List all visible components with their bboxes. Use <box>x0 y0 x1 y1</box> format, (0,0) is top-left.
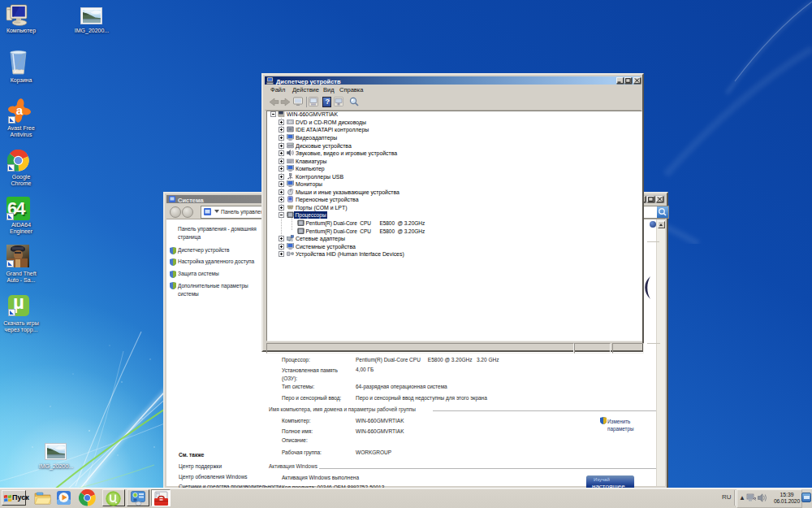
svg-text:a: a <box>16 103 24 117</box>
